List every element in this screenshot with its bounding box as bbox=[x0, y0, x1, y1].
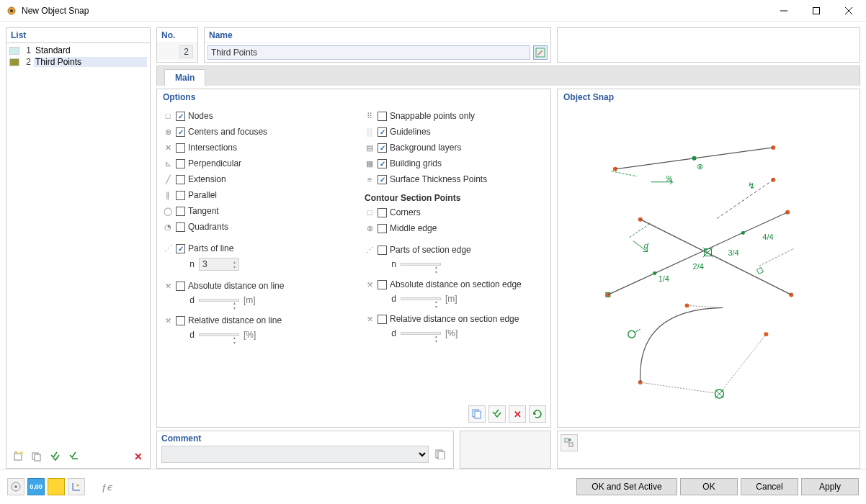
color-button[interactable] bbox=[48, 478, 65, 495]
abs-edge-d-input: ▴▾ bbox=[401, 297, 441, 300]
centers-checkbox[interactable] bbox=[176, 127, 185, 137]
app-icon bbox=[6, 5, 17, 17]
extension-checkbox[interactable] bbox=[176, 175, 185, 184]
list-item-num: 1 bbox=[22, 45, 31, 55]
perpendicular-checkbox[interactable] bbox=[176, 159, 185, 168]
number-header: No. bbox=[157, 28, 197, 43]
abs-distance-icon: ⤧ bbox=[163, 281, 173, 291]
svg-line-26 bbox=[608, 212, 787, 295]
apply-button[interactable]: Apply bbox=[801, 478, 859, 495]
svg-line-51 bbox=[635, 329, 640, 332]
header-preview bbox=[557, 27, 860, 63]
check-all-button[interactable] bbox=[47, 448, 64, 465]
aux-box bbox=[460, 431, 551, 469]
snappable-checkbox[interactable] bbox=[378, 112, 387, 121]
parts-n-input[interactable]: 3▴▾ bbox=[199, 258, 239, 271]
coord-button[interactable] bbox=[68, 478, 85, 495]
copy-options-button[interactable] bbox=[468, 405, 486, 423]
list-header: List bbox=[6, 28, 150, 43]
svg-rect-3 bbox=[813, 7, 819, 14]
bglayers-checkbox[interactable] bbox=[378, 143, 387, 153]
check-all-options-button[interactable] bbox=[488, 405, 506, 423]
svg-point-1 bbox=[10, 9, 13, 12]
clear-options-button[interactable]: ✕ bbox=[509, 405, 526, 423]
option-label: Parts of line bbox=[188, 243, 233, 253]
svg-line-40 bbox=[759, 248, 795, 266]
grids-checkbox[interactable] bbox=[378, 159, 387, 168]
guidelines-checkbox[interactable] bbox=[378, 127, 387, 137]
list-item[interactable]: 2 Third Points bbox=[6, 56, 150, 68]
svg-point-34 bbox=[653, 271, 656, 275]
parts-of-line-checkbox[interactable] bbox=[176, 244, 185, 253]
svg-line-46 bbox=[719, 334, 766, 394]
svg-rect-53 bbox=[438, 451, 445, 459]
ok-set-active-button[interactable]: OK and Set Active bbox=[576, 478, 677, 495]
name-header: Name bbox=[205, 28, 550, 43]
help-button[interactable] bbox=[7, 478, 24, 495]
snappable-icon: ⠿ bbox=[365, 111, 375, 121]
svg-point-23 bbox=[606, 292, 610, 297]
option-label: Parallel bbox=[188, 190, 217, 200]
copy-item-button[interactable] bbox=[28, 448, 45, 465]
option-label: Nodes bbox=[188, 111, 213, 121]
maximize-button[interactable] bbox=[800, 0, 832, 22]
preview-header: Object Snap bbox=[558, 89, 860, 105]
parts-edge-checkbox[interactable] bbox=[378, 246, 387, 255]
option-label: Perpendicular bbox=[188, 158, 241, 168]
rel-edge-checkbox[interactable] bbox=[378, 315, 387, 324]
intersections-checkbox[interactable] bbox=[176, 143, 185, 153]
corners-checkbox[interactable] bbox=[378, 208, 387, 217]
svg-text:4/4: 4/4 bbox=[762, 233, 773, 241]
number-value[interactable]: 2 bbox=[179, 45, 193, 58]
svg-rect-13 bbox=[475, 411, 481, 418]
svg-point-57 bbox=[14, 485, 17, 488]
quadrants-icon: ◔ bbox=[163, 222, 173, 232]
reset-options-button[interactable] bbox=[529, 405, 546, 423]
cancel-button[interactable]: Cancel bbox=[741, 478, 798, 495]
tangent-checkbox[interactable] bbox=[176, 207, 185, 216]
name-edit-button[interactable] bbox=[533, 45, 548, 60]
rel-edge-d-input: ▴▾ bbox=[401, 332, 441, 335]
delete-item-button[interactable]: ✕ bbox=[130, 448, 147, 465]
abs-edge-checkbox[interactable] bbox=[378, 280, 387, 289]
minimize-button[interactable] bbox=[767, 0, 800, 22]
rel-distance-icon: ⤧ bbox=[163, 315, 173, 325]
svg-point-60 bbox=[77, 485, 79, 487]
middle-edge-checkbox[interactable] bbox=[378, 224, 387, 233]
comment-lib-button[interactable] bbox=[432, 446, 449, 463]
abs-distance-checkbox[interactable] bbox=[176, 282, 185, 291]
comment-header: Comment bbox=[157, 431, 453, 446]
tab-main[interactable]: Main bbox=[164, 69, 205, 86]
script-button[interactable]: ƒϵ bbox=[98, 478, 115, 495]
preview-tool-button[interactable] bbox=[561, 434, 578, 451]
quadrants-checkbox[interactable] bbox=[176, 222, 185, 232]
new-item-button[interactable] bbox=[9, 448, 27, 465]
thickness-checkbox[interactable] bbox=[378, 175, 387, 184]
list-item-name: Standard bbox=[34, 45, 147, 55]
parallel-checkbox[interactable] bbox=[176, 191, 185, 200]
color-swatch bbox=[9, 47, 19, 55]
grids-icon: ▦ bbox=[365, 158, 375, 168]
number-box: No. 2 bbox=[156, 27, 198, 63]
titlebar: New Object Snap bbox=[0, 0, 866, 22]
footer: 0,00 ƒϵ OK and Set Active OK Cancel Appl… bbox=[0, 469, 866, 504]
svg-line-29 bbox=[640, 220, 792, 295]
parts-edge-icon: ⋰ bbox=[365, 245, 375, 255]
svg-rect-9 bbox=[35, 454, 40, 461]
uncheck-all-button[interactable] bbox=[66, 448, 83, 465]
close-button[interactable] bbox=[832, 0, 865, 22]
comment-select[interactable] bbox=[161, 446, 429, 463]
units-button[interactable]: 0,00 bbox=[27, 478, 45, 495]
nodes-checkbox[interactable] bbox=[176, 112, 185, 121]
option-label: Intersections bbox=[188, 143, 237, 153]
rel-distance-checkbox[interactable] bbox=[176, 316, 185, 325]
ok-button[interactable]: OK bbox=[680, 478, 738, 495]
option-label: Centers and focuses bbox=[188, 127, 267, 137]
list-item[interactable]: 1 Standard bbox=[6, 45, 150, 56]
svg-point-41 bbox=[685, 303, 689, 307]
name-input[interactable] bbox=[207, 45, 530, 60]
parts-edge-n-input: ▴▾ bbox=[401, 263, 441, 266]
options-panel: Options □Nodes ⊗Centers and focuses ✕Int… bbox=[156, 89, 551, 428]
list-item-name: Third Points bbox=[34, 57, 147, 67]
intersections-icon: ✕ bbox=[163, 143, 173, 153]
